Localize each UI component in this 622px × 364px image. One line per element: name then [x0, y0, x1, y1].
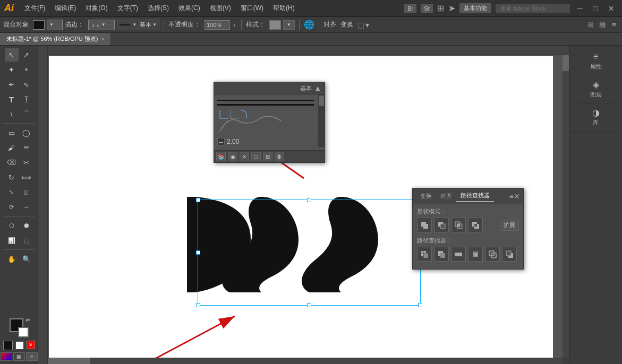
- arc-tool[interactable]: ⌒: [20, 107, 33, 121]
- reflect-tool[interactable]: ⟺: [20, 170, 33, 184]
- minus-back-btn[interactable]: [502, 247, 517, 262]
- stroke-type-dropdown[interactable]: ▲▲: [88, 20, 115, 30]
- menu-edit[interactable]: 编辑(E): [50, 2, 80, 15]
- fill-dropdown[interactable]: [47, 20, 63, 30]
- swap-colors-icon[interactable]: ⇄: [25, 317, 30, 323]
- fill-swatch[interactable]: [33, 20, 45, 30]
- menu-window[interactable]: 窗口(W): [236, 2, 268, 15]
- scale-tool[interactable]: ⤡: [5, 185, 19, 199]
- hand-tool[interactable]: ✋: [5, 252, 19, 266]
- paint-brush-tool[interactable]: 🖌: [5, 141, 19, 154]
- symbol-tool[interactable]: ⬢: [20, 219, 33, 232]
- sel-handle-tm[interactable]: [307, 198, 311, 202]
- send-icon[interactable]: ➤: [448, 3, 455, 13]
- magic-wand-tool[interactable]: ✦: [5, 63, 19, 76]
- trim-btn[interactable]: [434, 247, 449, 262]
- sel-handle-bm[interactable]: [307, 303, 311, 307]
- scrollbar-vertical[interactable]: [563, 55, 569, 358]
- background-swatch[interactable]: [18, 327, 29, 337]
- opacity-input[interactable]: [205, 20, 230, 30]
- zoom-tool[interactable]: 🔍: [20, 252, 33, 266]
- workspace-btn[interactable]: 基本功能: [459, 3, 491, 13]
- shear-tool[interactable]: ⌻: [20, 185, 33, 199]
- blend-tool[interactable]: ⬡: [5, 219, 19, 232]
- scrollbar-horizontal[interactable]: [48, 358, 563, 364]
- stroke-trash-btn[interactable]: 🗑: [275, 152, 284, 161]
- ellipse-tool[interactable]: ◯: [20, 126, 33, 140]
- layers-panel-btn[interactable]: ◈ 图层: [569, 75, 622, 103]
- menu-text[interactable]: 文字(T): [113, 2, 142, 15]
- properties-panel-btn[interactable]: ≡ 属性: [569, 48, 622, 75]
- merge-btn[interactable]: [451, 247, 466, 262]
- line-tool[interactable]: \: [5, 107, 19, 121]
- expand-btn[interactable]: 扩展: [500, 220, 519, 231]
- sel-handle-br[interactable]: [418, 303, 422, 307]
- unite-btn[interactable]: [417, 218, 432, 232]
- close-button[interactable]: ✕: [605, 4, 618, 13]
- panel-toggle-icon[interactable]: ⊞: [586, 20, 595, 30]
- menu-view[interactable]: 视图(V): [206, 2, 235, 15]
- eraser-tool[interactable]: ⌫: [5, 155, 19, 169]
- panel-close-icon[interactable]: ✕: [514, 192, 520, 201]
- style-swatch[interactable]: [269, 20, 281, 30]
- stroke-delete-btn[interactable]: ✕: [240, 152, 249, 161]
- fill-indicator[interactable]: [3, 341, 13, 350]
- tab-pathfinder[interactable]: 路径查找器: [456, 190, 494, 202]
- minus-front-btn[interactable]: [434, 218, 449, 232]
- pen-tool[interactable]: ✒: [5, 77, 19, 91]
- stroke-lib-btn[interactable]: 📚: [216, 152, 226, 161]
- library-panel-btn[interactable]: ◑ 库: [569, 103, 622, 132]
- rotate-tool[interactable]: ↻: [5, 170, 19, 184]
- divide-btn[interactable]: [417, 247, 432, 262]
- document-tab[interactable]: 未标题-1* @ 56% (RGB/GPU 预览) ×: [0, 33, 111, 45]
- scrollbar-thumb-h[interactable]: [48, 358, 90, 364]
- search-input[interactable]: [496, 4, 570, 13]
- touch-type-tool[interactable]: Ṯ: [20, 92, 33, 106]
- sel-handle-ml[interactable]: [196, 250, 200, 255]
- stroke-indicator[interactable]: [15, 341, 24, 350]
- stroke-copy-btn[interactable]: ⊞: [263, 152, 272, 161]
- distribute-icon[interactable]: ▾: [365, 21, 369, 29]
- menu-help[interactable]: 帮助(H): [269, 2, 299, 15]
- menu-effect[interactable]: 效果(C): [174, 2, 205, 15]
- scrollbar-thumb-v[interactable]: [563, 55, 569, 71]
- none-indicator[interactable]: ✕: [27, 341, 35, 349]
- more-icon[interactable]: ≡: [609, 20, 619, 30]
- panel-menu-icon[interactable]: ≡: [509, 192, 514, 201]
- tab-align[interactable]: 对齐: [436, 190, 456, 202]
- type-tool[interactable]: T: [5, 92, 19, 106]
- bridge-btn[interactable]: Br: [404, 4, 416, 13]
- stock-btn[interactable]: St: [421, 4, 432, 13]
- style-dropdown[interactable]: ▼: [283, 20, 295, 30]
- stroke-new-btn[interactable]: □: [251, 152, 261, 161]
- sel-handle-tl[interactable]: [196, 198, 200, 202]
- none-btn[interactable]: ⊘: [26, 352, 38, 361]
- select-tool[interactable]: ↖: [5, 48, 19, 62]
- arrange-icon[interactable]: ⬚: [357, 21, 364, 29]
- gradient-btn[interactable]: ▦: [13, 352, 25, 361]
- opacity-arrow[interactable]: ›: [233, 21, 236, 29]
- menu-object[interactable]: 对象(O): [81, 2, 112, 15]
- warp-tool[interactable]: ⟳: [5, 200, 19, 214]
- tab-transform[interactable]: 变换: [416, 190, 436, 202]
- globe-icon[interactable]: 🌐: [304, 20, 314, 30]
- menu-file[interactable]: 文件(F): [20, 2, 49, 15]
- exclude-btn[interactable]: [468, 218, 483, 232]
- lasso-tool[interactable]: ⌖: [20, 63, 33, 76]
- rect-tool[interactable]: ▭: [5, 126, 19, 140]
- crop-btn[interactable]: [468, 247, 483, 262]
- color-mode-btn[interactable]: [1, 352, 12, 361]
- stroke-panel-scroll-up[interactable]: ▲: [314, 84, 321, 92]
- stroke-load-btn[interactable]: ◉: [228, 152, 237, 161]
- outline-btn[interactable]: [485, 247, 500, 262]
- tab-close-button[interactable]: ×: [101, 36, 105, 42]
- direct-select-tool[interactable]: ↗: [20, 48, 33, 62]
- column-chart-tool[interactable]: 📊: [5, 233, 19, 247]
- arrange-panel-icon[interactable]: ▤: [598, 20, 607, 30]
- menu-select[interactable]: 选择(S): [143, 2, 173, 15]
- grid-icon[interactable]: ⊞: [437, 3, 444, 13]
- slice-tool[interactable]: ⬚: [20, 233, 33, 247]
- width-tool[interactable]: ↔: [20, 200, 33, 214]
- minimize-button[interactable]: ─: [574, 4, 586, 13]
- scissors-tool[interactable]: ✂: [20, 155, 33, 169]
